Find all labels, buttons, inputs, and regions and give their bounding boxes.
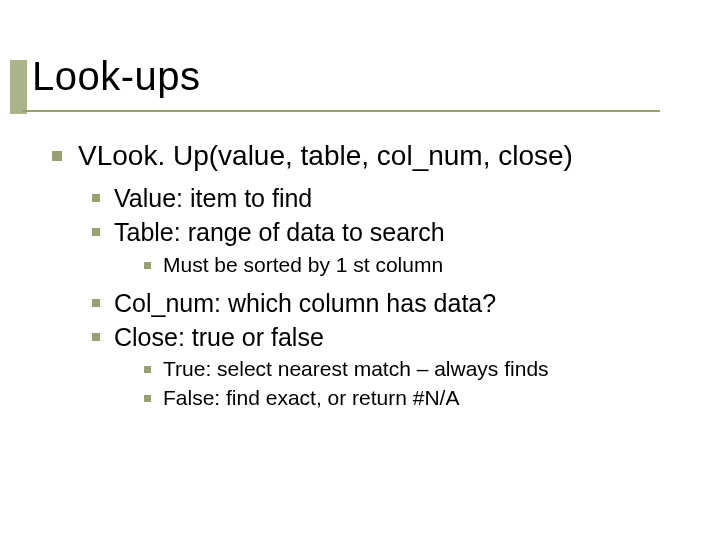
bullet-square-icon (92, 228, 100, 236)
bullet-level-2: Value: item to find (92, 183, 672, 214)
bullet-text: True: select nearest match – always find… (163, 356, 549, 382)
bullet-level-3: False: find exact, or return #N/A (144, 385, 672, 411)
bullet-square-icon (144, 395, 151, 402)
bullet-square-icon (92, 194, 100, 202)
bullet-square-icon (92, 299, 100, 307)
slide-content: VLook. Up(value, table, col_num, close) … (52, 138, 672, 411)
bullet-level-2: Table: range of data to search (92, 217, 672, 248)
title-underline (22, 110, 660, 112)
slide: Look-ups VLook. Up(value, table, col_num… (0, 0, 720, 540)
bullet-level-2: Close: true or false (92, 322, 672, 353)
bullet-square-icon (144, 262, 151, 269)
bullet-square-icon (144, 366, 151, 373)
bullet-level-2: Col_num: which column has data? (92, 288, 672, 319)
bullet-square-icon (52, 151, 62, 161)
bullet-level-3: Must be sorted by 1 st column (144, 252, 672, 278)
bullet-text: Must be sorted by 1 st column (163, 252, 443, 278)
title-accent-bar (10, 60, 27, 114)
bullet-text: False: find exact, or return #N/A (163, 385, 459, 411)
bullet-text: VLook. Up(value, table, col_num, close) (78, 138, 573, 173)
bullet-text: Value: item to find (114, 183, 312, 214)
bullet-level-3: True: select nearest match – always find… (144, 356, 672, 382)
bullet-text: Close: true or false (114, 322, 324, 353)
bullet-text: Table: range of data to search (114, 217, 445, 248)
slide-title: Look-ups (32, 54, 201, 99)
bullet-square-icon (92, 333, 100, 341)
title-area: Look-ups (32, 54, 201, 99)
bullet-text: Col_num: which column has data? (114, 288, 496, 319)
bullet-level-1: VLook. Up(value, table, col_num, close) (52, 138, 672, 173)
